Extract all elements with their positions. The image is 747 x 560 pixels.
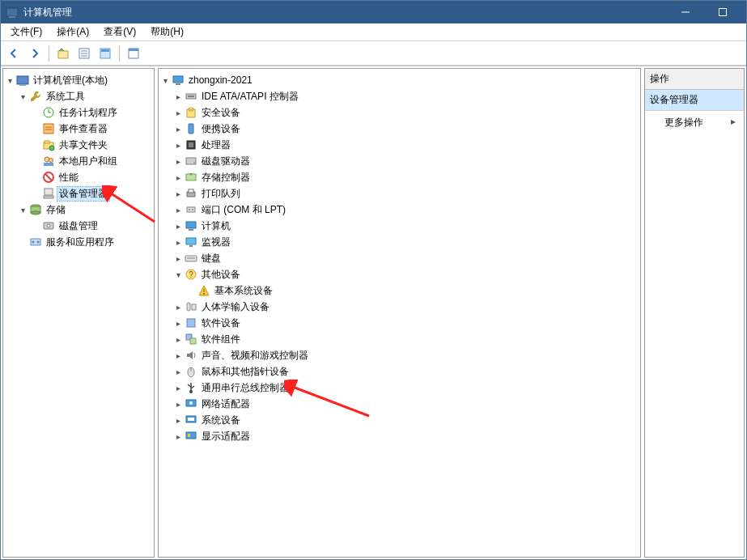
tree-twisty[interactable]: ▾ [159,74,172,87]
warn-icon [197,284,210,297]
tree-twisty[interactable]: ▸ [172,90,185,103]
computer-icon [185,219,197,232]
tree-twisty[interactable]: ▸ [172,381,185,394]
svg-point-24 [45,157,49,162]
titlebar: 计算机管理 [1,1,746,23]
tree-twisty[interactable]: ▸ [172,333,185,346]
tree-label: 存储 [44,202,68,218]
tree-twisty[interactable]: ▸ [172,219,185,232]
device-category[interactable]: ▸磁盘驱动器 [159,153,640,169]
device-category[interactable]: ▸处理器 [159,137,640,153]
tree-item[interactable]: 任务计划程序 [3,104,154,121]
device-category[interactable]: ▸软件组件 [159,331,640,347]
tree-item[interactable]: 磁盘管理 [3,218,154,234]
maximize-button[interactable] [704,1,741,23]
help-button[interactable] [124,44,143,63]
device-category[interactable]: ▸网络适配器 [159,396,640,412]
tree-twisty[interactable]: ▸ [172,397,185,410]
tree-twisty[interactable]: ▸ [172,252,185,265]
svg-point-33 [31,211,40,214]
tree-twisty[interactable]: ▸ [172,106,185,119]
device-category[interactable]: ▸声音、视频和游戏控制器 [159,347,640,363]
device-category[interactable]: ▸便携设备 [159,121,640,137]
device-category[interactable]: ▸系统设备 [159,412,640,428]
tree-twisty[interactable]: ▸ [172,171,185,184]
device-category[interactable]: ▸监视器 [159,234,640,250]
tree-twisty[interactable]: ▸ [172,365,185,378]
tree-twisty-none [16,235,29,248]
share-icon [42,138,55,151]
tree-label: 安全设备 [199,105,243,121]
tree-twisty[interactable]: ▸ [172,203,185,216]
forward-button[interactable] [25,44,45,63]
tree-twisty[interactable]: ▸ [172,349,185,362]
hid-icon [185,300,197,313]
properties-button[interactable] [74,44,94,63]
device-category[interactable]: ▸端口 (COM 和 LPT) [159,202,640,218]
tree-label: 声音、视频和游戏控制器 [199,348,311,363]
tree-twisty[interactable]: ▸ [172,300,185,313]
menu-action[interactable]: 操作(A) [50,23,95,40]
tree-twisty[interactable]: ▸ [172,155,185,168]
device-category[interactable]: ▸键盘 [159,250,640,266]
device-category[interactable]: ▸IDE ATA/ATAPI 控制器 [159,88,640,104]
device-category[interactable]: ▸打印队列 [159,185,640,202]
tree-twisty[interactable]: ▾ [3,74,16,87]
mouse-icon [185,365,197,378]
tree-twisty[interactable]: ▾ [172,268,185,281]
tree-label: 计算机管理(本地) [31,73,110,88]
tree-root[interactable]: ▾计算机管理(本地) [3,72,154,88]
tree-twisty[interactable]: ▸ [172,235,185,248]
tree-label: 端口 (COM 和 LPT) [199,202,288,218]
tree-twisty-none [29,138,42,151]
tree-twisty[interactable]: ▸ [172,316,185,329]
print-icon [185,187,197,200]
tree-twisty[interactable]: ▾ [16,90,29,103]
device-category[interactable]: ▸软件设备 [159,315,640,331]
device-category[interactable]: ▸人体学输入设备 [159,299,640,315]
menubar: 文件(F) 操作(A) 查看(V) 帮助(H) [1,23,746,41]
device-category[interactable]: ▸存储控制器 [159,169,640,185]
tree-twisty[interactable]: ▸ [172,122,185,135]
tree-label: 处理器 [199,138,233,153]
tree-twisty[interactable]: ▸ [172,414,185,426]
device-category[interactable]: ▸计算机 [159,218,640,234]
menu-view[interactable]: 查看(V) [97,23,142,40]
tree-item[interactable]: 事件查看器 [3,121,154,137]
svg-point-23 [49,146,54,151]
tree-twisty[interactable]: ▸ [172,187,185,200]
tree-item[interactable]: 本地用户和组 [3,153,154,169]
more-actions[interactable]: 更多操作 ▸ [645,111,744,134]
tree-twisty[interactable]: ▸ [172,430,185,443]
left-tree-pane[interactable]: ▾计算机管理(本地)▾系统工具任务计划程序事件查看器共享文件夹本地用户和组性能设… [2,68,155,558]
svg-rect-30 [44,196,53,198]
tree-item[interactable]: 共享文件夹 [3,137,154,153]
minimize-button[interactable] [667,1,704,23]
tree-node[interactable]: 服务和应用程序 [3,234,154,250]
svg-rect-66 [187,303,190,311]
svg-rect-40 [176,83,180,85]
tree-label: 软件设备 [199,316,243,331]
usb-icon [185,381,197,394]
tree-twisty[interactable]: ▾ [16,203,29,216]
device-category[interactable]: ▾?其他设备 [159,266,640,282]
back-button[interactable] [4,44,23,63]
device-category[interactable]: ▸安全设备 [159,104,640,121]
device-category[interactable]: ▸通用串行总线控制器 [159,380,640,396]
device-tree-pane[interactable]: ▾zhongxin-2021▸IDE ATA/ATAPI 控制器▸安全设备▸便携… [158,68,641,558]
device-item[interactable]: 基本系统设备 [159,282,640,299]
portable-icon [185,122,197,135]
tree-item[interactable]: 设备管理器 [3,185,154,202]
tree-node[interactable]: ▾存储 [3,202,154,218]
device-category[interactable]: ▸显示适配器 [159,428,640,444]
menu-file[interactable]: 文件(F) [4,23,49,40]
menu-help[interactable]: 帮助(H) [144,23,190,40]
device-root[interactable]: ▾zhongxin-2021 [159,72,640,88]
device-category[interactable]: ▸鼠标和其他指针设备 [159,363,640,380]
up-button[interactable] [53,44,73,63]
tree-twisty-none [29,106,42,119]
tree-item[interactable]: 性能 [3,169,154,185]
tree-node[interactable]: ▾系统工具 [3,88,154,104]
tree-twisty[interactable]: ▸ [172,138,185,151]
refresh-button[interactable] [95,44,115,63]
